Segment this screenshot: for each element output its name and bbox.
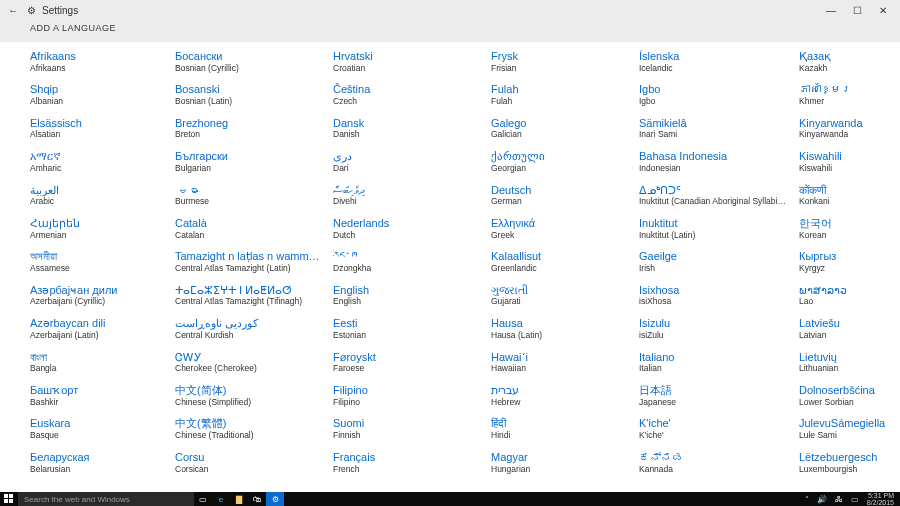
language-item[interactable]: ÍslenskaIcelandic [639, 50, 799, 73]
language-item[interactable]: EuskaraBasque [30, 417, 175, 440]
tray-chevron-icon[interactable]: ˄ [805, 495, 809, 504]
language-item[interactable]: SuomiFinnish [333, 417, 491, 440]
edge-icon[interactable]: e [212, 492, 230, 506]
language-item[interactable]: ElsässischAlsatian [30, 117, 175, 140]
volume-icon[interactable]: 🔊 [817, 495, 827, 504]
language-item[interactable]: ΕλληνικάGreek [491, 217, 639, 240]
language-item[interactable]: ҚазақKazakh [799, 50, 900, 73]
language-item[interactable]: ພາສາລາວLao [799, 284, 900, 307]
language-item[interactable]: हिंदीHindi [491, 417, 639, 440]
minimize-button[interactable]: — [818, 5, 844, 16]
language-item[interactable]: DanskDanish [333, 117, 491, 140]
language-item[interactable]: 한국어Korean [799, 217, 900, 240]
language-item[interactable]: 中文(简体)Chinese (Simplified) [175, 384, 333, 407]
language-item[interactable]: БългарскиBulgarian [175, 150, 333, 173]
language-native-name: Азәрбајҹан дили [30, 284, 175, 297]
language-item[interactable]: SämikielâInari Sami [639, 117, 799, 140]
language-item[interactable]: Азәрбајҹан дилиAzerbaijani (Cyrillic) [30, 284, 175, 307]
language-item[interactable]: 日本語Japanese [639, 384, 799, 407]
language-native-name: Kiswahili [799, 150, 900, 163]
language-item[interactable]: K'iche'K'iche' [639, 417, 799, 440]
language-item[interactable]: ⵜⴰⵎⴰⵣⵉⵖⵜ ⵏ ⵍⴰⵟⵍⴰⵚCentral Atlas Tamazight… [175, 284, 333, 307]
language-item[interactable]: БашҡортBashkir [30, 384, 175, 407]
language-english-name: Hebrew [491, 398, 639, 408]
language-item[interactable]: BosanskiBosnian (Latin) [175, 83, 333, 106]
language-item[interactable]: KinyarwandaKinyarwanda [799, 117, 900, 140]
language-item[interactable]: HausaHausa (Latin) [491, 317, 639, 340]
language-item[interactable]: LëtzebuergeschLuxembourgish [799, 451, 900, 474]
language-item[interactable]: HawaiʻiHawaiian [491, 351, 639, 374]
language-item[interactable]: IgboIgbo [639, 83, 799, 106]
language-item[interactable]: ČeštinaCzech [333, 83, 491, 106]
language-item[interactable]: አማርኛAmharic [30, 150, 175, 173]
language-item[interactable]: कोंकणीKonkani [799, 184, 900, 207]
language-item[interactable]: InuktitutInuktitut (Latin) [639, 217, 799, 240]
language-english-name: Fulah [491, 97, 639, 107]
language-item[interactable]: CatalàCatalan [175, 217, 333, 240]
language-item[interactable]: ShqipAlbanian [30, 83, 175, 106]
language-item[interactable]: ՀայերենArmenian [30, 217, 175, 240]
close-button[interactable]: ✕ [870, 5, 896, 16]
language-item[interactable]: 中文(繁體)Chinese (Traditional) [175, 417, 333, 440]
language-native-name: ພາສາລາວ [799, 284, 900, 297]
language-item[interactable]: ᏣᎳᎩCherokee (Cherokee) [175, 351, 333, 374]
language-item[interactable]: অসমীয়াAssamese [30, 250, 175, 273]
settings-taskbar-icon[interactable]: ⚙ [266, 492, 284, 506]
language-item[interactable]: KiswahiliKiswahili [799, 150, 900, 173]
language-item[interactable]: EestiEstonian [333, 317, 491, 340]
language-item[interactable]: ಕನ್ನಡKannada [639, 451, 799, 474]
language-item[interactable]: کوردیی ناوەڕاستCentral Kurdish [175, 317, 333, 340]
language-item[interactable]: Azərbaycan diliAzerbaijani (Latin) [30, 317, 175, 340]
language-english-name: isiZulu [639, 331, 787, 341]
language-item[interactable]: ქართულიGeorgian [491, 150, 639, 173]
language-item[interactable]: AfrikaansAfrikaans [30, 50, 175, 73]
language-item[interactable]: বাংলাBangla [30, 351, 175, 374]
language-item[interactable]: ދިވެހިބަސްDivehi [333, 184, 491, 207]
language-item[interactable]: EnglishEnglish [333, 284, 491, 307]
language-item[interactable]: HrvatskiCroatian [333, 50, 491, 73]
language-item[interactable]: FulahFulah [491, 83, 639, 106]
language-item[interactable]: ᐃᓄᒃᑎᑐᑦInuktitut (Canadian Aboriginal Syl… [639, 184, 799, 207]
language-item[interactable]: JulevuSámegiellaLule Sami [799, 417, 900, 440]
language-item[interactable]: LietuviųLithuanian [799, 351, 900, 374]
language-item[interactable]: درىDari [333, 150, 491, 173]
language-item[interactable]: БосанскиBosnian (Cyrillic) [175, 50, 333, 73]
file-explorer-icon[interactable]: ▇ [230, 492, 248, 506]
language-item[interactable]: Tamazight n laṭlas n wamm…Central Atlas … [175, 250, 333, 273]
language-item[interactable]: IsizuluisiZulu [639, 317, 799, 340]
language-item[interactable]: ភាសាខ្មែរKhmer [799, 83, 900, 106]
maximize-button[interactable]: ☐ [844, 5, 870, 16]
language-item[interactable]: БеларускаяBelarusian [30, 451, 175, 474]
language-item[interactable]: NederlandsDutch [333, 217, 491, 240]
language-item[interactable]: MagyarHungarian [491, 451, 639, 474]
language-item[interactable]: Bahasa IndonesiaIndonesian [639, 150, 799, 173]
language-item[interactable]: BrezhonegBreton [175, 117, 333, 140]
language-item[interactable]: རྫོང་ཁDzongkha [333, 250, 491, 273]
language-item[interactable]: IsixhosaisiXhosa [639, 284, 799, 307]
network-icon[interactable]: 🖧 [835, 495, 843, 504]
language-item[interactable]: العربيةArabic [30, 184, 175, 207]
task-view-button[interactable]: ▭ [194, 492, 212, 506]
language-item[interactable]: LatviešuLatvian [799, 317, 900, 340]
taskbar-clock[interactable]: 5:31 PM 8/2/2015 [867, 492, 894, 506]
language-item[interactable]: ဗမာBurmese [175, 184, 333, 207]
store-icon[interactable]: 🛍 [248, 492, 266, 506]
action-center-icon[interactable]: ▭ [851, 495, 859, 504]
language-item[interactable]: KalaallisutGreenlandic [491, 250, 639, 273]
back-button[interactable]: ← [4, 5, 22, 16]
language-item[interactable]: FrançaisFrench [333, 451, 491, 474]
language-item[interactable]: ગુજરાતીGujarati [491, 284, 639, 307]
language-item[interactable]: ItalianoItalian [639, 351, 799, 374]
language-item[interactable]: FilipinoFilipino [333, 384, 491, 407]
language-item[interactable]: КыргызKyrgyz [799, 250, 900, 273]
start-button[interactable] [0, 492, 18, 506]
language-item[interactable]: GaeilgeIrish [639, 250, 799, 273]
language-item[interactable]: עבריתHebrew [491, 384, 639, 407]
language-item[interactable]: FryskFrisian [491, 50, 639, 73]
language-item[interactable]: DolnoserbšćinaLower Sorbian [799, 384, 900, 407]
language-item[interactable]: DeutschGerman [491, 184, 639, 207]
language-item[interactable]: GalegoGalician [491, 117, 639, 140]
taskbar-search[interactable]: Search the web and Windows [18, 492, 194, 506]
language-item[interactable]: CorsuCorsican [175, 451, 333, 474]
language-item[interactable]: FøroysktFaroese [333, 351, 491, 374]
